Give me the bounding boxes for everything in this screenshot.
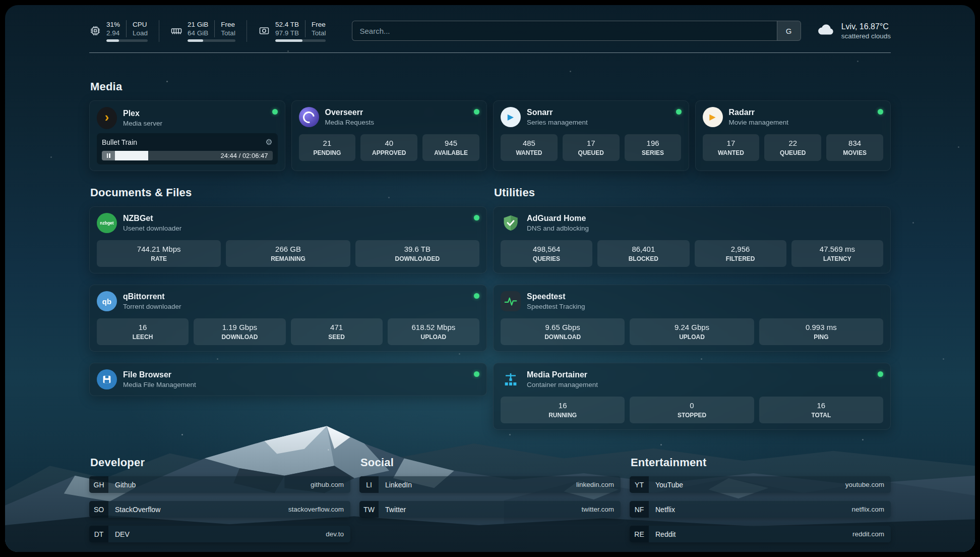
ram-icon xyxy=(170,25,182,37)
stat-label: SEED xyxy=(294,333,380,341)
stat-value: 21 xyxy=(302,138,353,148)
search-bar[interactable]: G xyxy=(352,21,801,41)
speedtest-pulse-icon xyxy=(501,291,521,311)
speedtest-card[interactable]: Speedtest Speedtest Tracking 9.65 Gbps D… xyxy=(493,285,891,352)
bookmark-youtube[interactable]: YT YouTube youtube.com xyxy=(630,476,891,493)
stat-value: 196 xyxy=(628,138,679,148)
stat-download: 9.65 Gbps DOWNLOAD xyxy=(501,318,625,345)
stat-value: 1.19 Gbps xyxy=(197,322,282,332)
app-title: NZBGet xyxy=(123,213,181,224)
bookmark-github[interactable]: GH Github github.com xyxy=(89,476,350,493)
status-dot xyxy=(474,215,479,220)
adguard-card[interactable]: AdGuard Home DNS and adblocking 498,564 … xyxy=(493,206,891,273)
bookmark-dev[interactable]: DT DEV dev.to xyxy=(89,526,350,542)
app-title: Speedtest xyxy=(527,292,585,302)
stat-queued: 22 QUEUED xyxy=(764,134,821,161)
pause-icon[interactable] xyxy=(102,151,115,160)
sonarr-icon: ▶ xyxy=(501,107,521,127)
stat-label: QUEUED xyxy=(767,149,818,157)
cpu-progress-bar xyxy=(106,39,148,42)
stat-label: APPROVED xyxy=(363,149,414,157)
overseerr-card[interactable]: Overseerr Media Requests 21 PENDING 40 A… xyxy=(291,100,487,171)
snow-particles xyxy=(5,5,7,7)
bookmark-name: StackOverflow xyxy=(108,506,160,514)
bookmark-twitter[interactable]: TW Twitter twitter.com xyxy=(359,501,621,518)
social-section: Social LI LinkedIn linkedin.com TW Twitt… xyxy=(359,456,621,542)
radarr-icon: ▶ xyxy=(703,107,723,127)
top-bar: 31% 2.94 CPU Load xyxy=(89,16,891,45)
disk-free-value: 52.4 TB xyxy=(275,20,299,29)
bookmark-url: linkedin.com xyxy=(576,481,621,488)
stat-value: 618.52 Mbps xyxy=(391,322,476,332)
stat-value: 834 xyxy=(829,138,880,148)
stat-blocked: 86,401 BLOCKED xyxy=(597,240,689,267)
playback-progress-fill xyxy=(115,151,148,160)
stat-value: 9.24 Gbps xyxy=(633,322,751,332)
stat-value: 40 xyxy=(363,138,414,148)
bookmark-name: Twitter xyxy=(379,506,406,514)
stat-label: PENDING xyxy=(302,149,353,157)
stat-pending: 21 PENDING xyxy=(299,134,356,161)
stat-label: RATE xyxy=(100,255,218,263)
stat-value: 9.65 Gbps xyxy=(504,322,622,332)
bookmark-name: LinkedIn xyxy=(379,481,412,489)
stat-upload: 9.24 Gbps UPLOAD xyxy=(630,318,754,345)
bookmark-url: netflix.com xyxy=(851,506,891,513)
now-playing-title: Bullet Train xyxy=(102,138,137,146)
memory-widget: 21 GiB 64 GiB Free Total xyxy=(159,20,247,42)
stat-value: 0.993 ms xyxy=(762,322,880,332)
bookmark-netflix[interactable]: NF Netflix netflix.com xyxy=(630,501,891,518)
bookmark-reddit[interactable]: RE Reddit reddit.com xyxy=(630,526,891,542)
weather-condition: scattered clouds xyxy=(841,32,891,40)
status-dot xyxy=(474,371,479,377)
weather-widget: Lviv, 16.87°C scattered clouds xyxy=(816,20,891,41)
status-dot xyxy=(878,109,883,115)
stat-value: 945 xyxy=(425,138,476,148)
gear-icon[interactable]: ⚙ xyxy=(265,137,272,147)
stat-value: 17 xyxy=(706,138,757,148)
sonarr-card[interactable]: ▶ Sonarr Series management 485 WANTED xyxy=(493,100,689,171)
app-subtitle: Media File Management xyxy=(123,380,196,389)
cpu-usage-value: 31% xyxy=(106,20,120,29)
stat-value: 266 GB xyxy=(229,244,347,254)
app-subtitle: Container management xyxy=(527,380,598,389)
bookmark-linkedin[interactable]: LI LinkedIn linkedin.com xyxy=(359,476,621,493)
qbittorrent-card[interactable]: qb qBittorrent Torrent downloader 16 LEE… xyxy=(89,285,487,352)
status-dot xyxy=(878,371,883,377)
developer-section-title: Developer xyxy=(90,456,350,469)
bookmark-url: twitter.com xyxy=(581,506,621,513)
search-engine-button[interactable]: G xyxy=(777,21,801,40)
stat-latency: 47.569 ms LATENCY xyxy=(791,240,883,267)
media-section-title: Media xyxy=(90,80,891,93)
stat-value: 17 xyxy=(566,138,617,148)
stat-value: 16 xyxy=(762,401,880,410)
documents-section: Documents & Files nzbget NZBGet Usenet d… xyxy=(89,186,487,396)
stat-total: 16 TOTAL xyxy=(759,397,883,423)
stat-running: 16 RUNNING xyxy=(501,397,625,423)
search-input[interactable] xyxy=(352,21,776,40)
cpu-load-value: 2.94 xyxy=(106,29,120,37)
radarr-card[interactable]: ▶ Radarr Movie management 17 WANTED xyxy=(695,100,891,171)
playback-progress-bar[interactable]: 24:44 / 02:06:47 xyxy=(102,151,273,160)
stat-upload: 618.52 Mbps UPLOAD xyxy=(388,318,479,345)
filebrowser-card[interactable]: File Browser Media File Management xyxy=(89,363,487,396)
weather-location: Lviv, 16.87°C xyxy=(841,22,891,32)
stat-label: DOWNLOAD xyxy=(197,333,282,341)
app-subtitle: Movie management xyxy=(729,118,789,127)
stat-leech: 16 LEECH xyxy=(97,318,189,345)
nzbget-card[interactable]: nzbget NZBGet Usenet downloader 744.21 M… xyxy=(89,206,487,273)
portainer-card[interactable]: Media Portainer Container management 16 … xyxy=(493,363,891,430)
memory-total-value: 64 GiB xyxy=(188,29,208,37)
cpu-widget: 31% 2.94 CPU Load xyxy=(89,20,159,42)
plex-card[interactable]: › Plex Media server Bullet Train ⚙ xyxy=(89,100,285,171)
bookmark-stackoverflow[interactable]: SO StackOverflow stackoverflow.com xyxy=(89,501,350,518)
disk-icon xyxy=(258,25,270,37)
stat-downloaded: 39.6 TB DOWNLOADED xyxy=(355,240,479,267)
status-dot xyxy=(272,109,278,115)
entertainment-section: Entertainment YT YouTube youtube.com NF … xyxy=(630,456,891,542)
documents-section-title: Documents & Files xyxy=(90,186,487,199)
stat-label: PING xyxy=(762,333,880,341)
stat-stopped: 0 STOPPED xyxy=(630,397,754,423)
stat-label: MOVIES xyxy=(829,149,880,157)
bookmark-name: Netflix xyxy=(649,506,675,514)
